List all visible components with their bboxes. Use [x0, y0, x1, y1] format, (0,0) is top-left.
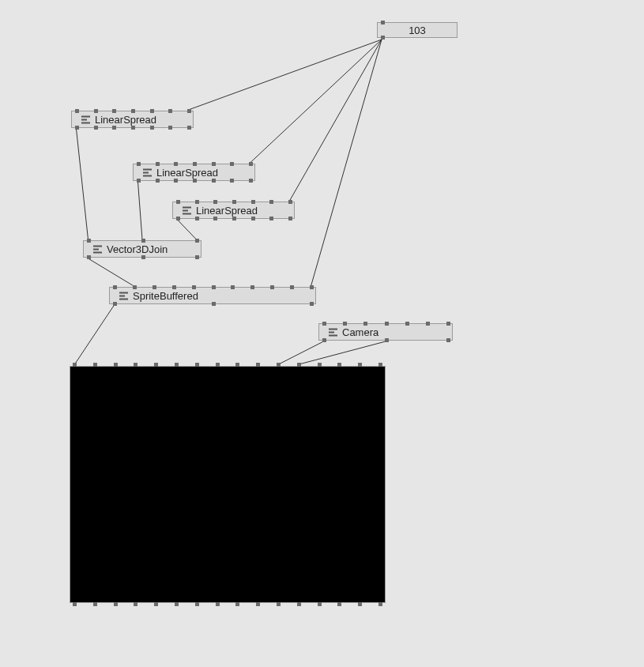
pin-out[interactable]	[235, 602, 239, 606]
pin-in[interactable]	[192, 285, 196, 289]
pin-in[interactable]	[385, 322, 389, 326]
pin-in[interactable]	[310, 285, 314, 289]
iobox-pin-out[interactable]	[381, 36, 385, 40]
pin-in[interactable]	[156, 162, 160, 166]
pin-out[interactable]	[378, 602, 382, 606]
pin-in[interactable]	[195, 239, 199, 243]
pin-in[interactable]	[378, 363, 382, 367]
pin-in[interactable]	[405, 322, 409, 326]
pin-in[interactable]	[212, 285, 216, 289]
pin-out[interactable]	[216, 602, 220, 606]
node-linearspread3[interactable]: LinearSpread	[172, 202, 295, 219]
link[interactable]	[178, 220, 197, 239]
pin-in[interactable]	[231, 285, 235, 289]
pin-out[interactable]	[137, 179, 141, 183]
node-vector3djoin[interactable]: Vector3DJoin	[83, 240, 201, 258]
pin-out[interactable]	[112, 126, 116, 130]
pin-out[interactable]	[131, 126, 135, 130]
pin-out[interactable]	[318, 602, 322, 606]
link[interactable]	[299, 341, 386, 364]
pin-in[interactable]	[363, 322, 367, 326]
pin-out[interactable]	[75, 126, 79, 130]
pin-in[interactable]	[235, 363, 239, 367]
pin-in[interactable]	[176, 200, 180, 204]
pin-out[interactable]	[385, 338, 389, 342]
iobox-value[interactable]: 103	[377, 22, 458, 38]
pin-in[interactable]	[232, 200, 236, 204]
pin-in[interactable]	[288, 200, 292, 204]
pin-in[interactable]	[114, 363, 118, 367]
pin-out[interactable]	[141, 255, 145, 259]
pin-in[interactable]	[193, 162, 197, 166]
pin-in[interactable]	[131, 109, 135, 113]
pin-in[interactable]	[256, 363, 260, 367]
pin-out[interactable]	[446, 338, 450, 342]
pin-out[interactable]	[288, 217, 292, 220]
pin-out[interactable]	[168, 126, 172, 130]
pin-in[interactable]	[343, 322, 347, 326]
pin-in[interactable]	[174, 162, 178, 166]
pin-in[interactable]	[94, 109, 98, 113]
pin-out[interactable]	[154, 602, 158, 606]
link[interactable]	[290, 40, 382, 201]
link[interactable]	[311, 40, 382, 286]
node-linearspread1[interactable]: LinearSpread	[71, 111, 194, 128]
pin-in[interactable]	[134, 363, 137, 367]
pin-out[interactable]	[337, 602, 341, 606]
pin-in[interactable]	[195, 363, 199, 367]
pin-out[interactable]	[269, 217, 273, 220]
pin-in[interactable]	[426, 322, 430, 326]
pin-out[interactable]	[310, 302, 314, 306]
pin-in[interactable]	[230, 162, 234, 166]
pin-out[interactable]	[187, 126, 191, 130]
pin-in[interactable]	[172, 285, 176, 289]
pin-in[interactable]	[153, 285, 156, 289]
link[interactable]	[77, 129, 89, 239]
pin-in[interactable]	[150, 109, 154, 113]
pin-out[interactable]	[212, 302, 216, 306]
link[interactable]	[75, 305, 115, 364]
pin-out[interactable]	[297, 602, 301, 606]
pin-out[interactable]	[193, 179, 197, 183]
pin-in[interactable]	[446, 322, 450, 326]
pin-in[interactable]	[187, 109, 191, 113]
link[interactable]	[189, 40, 382, 110]
pin-in[interactable]	[168, 109, 172, 113]
pin-in[interactable]	[87, 239, 91, 243]
pin-in[interactable]	[322, 322, 326, 326]
pin-out[interactable]	[73, 602, 77, 606]
pin-in[interactable]	[270, 285, 274, 289]
pin-out[interactable]	[93, 602, 97, 606]
pin-out[interactable]	[156, 179, 160, 183]
pin-in[interactable]	[358, 363, 362, 367]
pin-out[interactable]	[195, 217, 199, 220]
node-spritebuffered[interactable]: SpriteBuffered	[109, 287, 316, 304]
pin-out[interactable]	[87, 255, 91, 259]
pin-out[interactable]	[230, 179, 234, 183]
pin-in[interactable]	[277, 363, 281, 367]
pin-out[interactable]	[150, 126, 154, 130]
pin-in[interactable]	[75, 109, 79, 113]
renderer-preview[interactable]	[70, 366, 386, 603]
pin-out[interactable]	[358, 602, 362, 606]
link[interactable]	[250, 40, 382, 163]
pin-out[interactable]	[322, 338, 326, 342]
node-camera[interactable]: Camera	[318, 323, 453, 341]
pin-in[interactable]	[290, 285, 294, 289]
pin-in[interactable]	[212, 162, 216, 166]
pin-out[interactable]	[114, 602, 118, 606]
pin-in[interactable]	[112, 109, 116, 113]
pin-out[interactable]	[256, 602, 260, 606]
pin-in[interactable]	[318, 363, 322, 367]
pin-in[interactable]	[251, 200, 255, 204]
pin-in[interactable]	[269, 200, 273, 204]
pin-out[interactable]	[113, 302, 117, 306]
pin-out[interactable]	[134, 602, 137, 606]
pin-in[interactable]	[141, 239, 145, 243]
link[interactable]	[89, 258, 134, 286]
iobox-pin-in[interactable]	[381, 21, 385, 24]
pin-out[interactable]	[212, 179, 216, 183]
pin-out[interactable]	[175, 602, 179, 606]
pin-in[interactable]	[213, 200, 217, 204]
pin-out[interactable]	[249, 179, 253, 183]
